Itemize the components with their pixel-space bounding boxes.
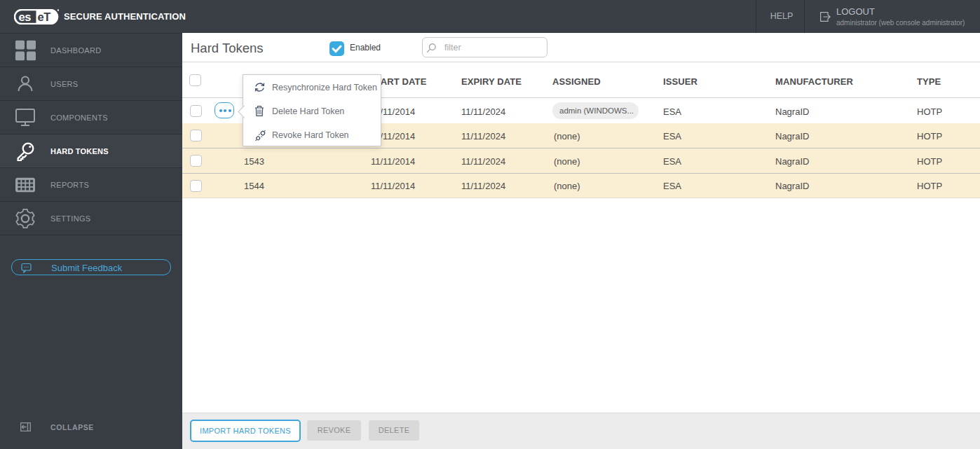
svg-text:es: es [19, 11, 32, 23]
svg-text:eT: eT [38, 11, 51, 23]
